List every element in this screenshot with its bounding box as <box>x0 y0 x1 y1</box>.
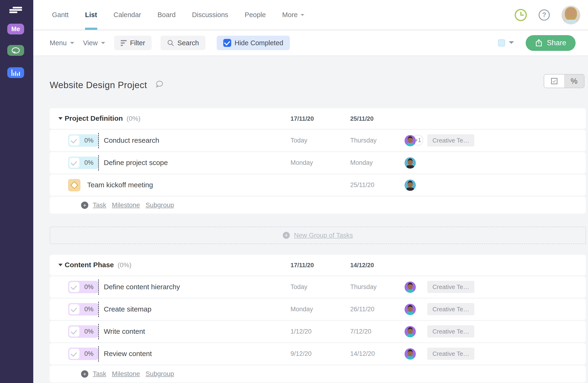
teamgantt-logo-icon[interactable] <box>9 7 22 13</box>
task-checkbox[interactable] <box>69 158 79 168</box>
collapse-caret-icon[interactable] <box>58 117 63 122</box>
start-date[interactable]: Monday <box>291 306 313 313</box>
color-dropdown-icon[interactable] <box>509 41 514 46</box>
add-task-link[interactable]: Task <box>93 370 106 378</box>
tab-discussions[interactable]: Discussions <box>192 0 229 30</box>
assignee-avatar[interactable] <box>405 135 416 146</box>
end-date[interactable]: 26/11/20 <box>350 306 374 313</box>
group-header-row[interactable]: Content Phase(0%) 17/11/20 14/12/20 <box>50 255 586 275</box>
assignee-label-chip[interactable]: Creative Te… <box>427 303 474 315</box>
checkbox-mode-button[interactable] <box>544 74 564 88</box>
me-label: Me <box>11 25 20 33</box>
chevron-down-icon <box>70 42 74 46</box>
progress-widget[interactable]: 0% <box>68 134 98 147</box>
share-button[interactable]: Share <box>526 35 576 51</box>
view-dropdown[interactable]: View <box>83 39 105 47</box>
add-plus-icon[interactable]: + <box>81 202 88 209</box>
assignee-label-chip[interactable]: Creative Te… <box>427 348 474 360</box>
assignee-label-chip[interactable]: Creative Te… <box>427 134 474 146</box>
add-task-link[interactable]: Task <box>93 201 106 209</box>
group-percent: (0%) <box>118 261 131 269</box>
task-name[interactable]: Define content hierarchy <box>104 283 180 291</box>
add-subgroup-link[interactable]: Subgroup <box>146 201 174 209</box>
end-date[interactable]: 14/12/20 <box>350 350 375 358</box>
task-row[interactable]: 0% Define project scope Monday Monday <box>50 152 586 174</box>
add-milestone-link[interactable]: Milestone <box>112 201 140 209</box>
sidebar-item-discussions[interactable] <box>7 45 24 56</box>
add-subgroup-link[interactable]: Subgroup <box>146 370 174 378</box>
progress-drag-handle[interactable] <box>98 279 99 295</box>
assignee-avatar[interactable] <box>405 348 416 360</box>
end-date[interactable]: 25/11/20 <box>350 181 374 189</box>
add-plus-icon[interactable]: + <box>81 370 88 378</box>
progress-widget[interactable]: 0% <box>68 303 98 315</box>
progress-drag-handle[interactable] <box>98 302 99 317</box>
project-comment-icon[interactable] <box>155 80 164 88</box>
progress-drag-handle[interactable] <box>98 133 99 148</box>
collapse-caret-icon[interactable] <box>58 264 63 268</box>
filter-button[interactable]: Filter <box>114 36 151 50</box>
assignee-avatar[interactable] <box>405 304 416 315</box>
progress-drag-handle[interactable] <box>98 346 99 362</box>
progress-widget[interactable]: 0% <box>68 348 98 360</box>
menu-dropdown[interactable]: Menu <box>50 39 74 47</box>
task-row[interactable]: 0% Review content 9/12/20 14/12/20 Creat… <box>50 343 586 364</box>
milestone-icon[interactable] <box>68 179 80 191</box>
task-name[interactable]: Define project scope <box>104 159 168 167</box>
add-milestone-link[interactable]: Milestone <box>112 370 140 378</box>
task-row[interactable]: 0% Create sitemap Monday 26/11/20 Creati… <box>50 299 586 320</box>
help-icon[interactable]: ? <box>539 9 550 21</box>
start-date[interactable]: Today <box>291 137 307 144</box>
assignee-avatar[interactable] <box>405 180 416 191</box>
assignee-avatar[interactable] <box>405 157 416 169</box>
tab-people[interactable]: People <box>245 0 266 30</box>
start-date[interactable]: 9/12/20 <box>291 350 312 358</box>
tab-more[interactable]: More <box>282 0 304 30</box>
progress-widget[interactable]: 0% <box>68 325 98 338</box>
task-name[interactable]: Create sitemap <box>104 305 151 313</box>
search-button[interactable]: Search <box>161 36 206 50</box>
assignee-label-chip[interactable]: Creative Te… <box>427 325 474 338</box>
time-tracking-icon[interactable] <box>515 9 527 21</box>
start-date[interactable]: Monday <box>291 159 313 166</box>
start-date[interactable]: Today <box>291 283 307 291</box>
tab-gantt[interactable]: Gantt <box>52 0 69 30</box>
progress-widget[interactable]: 0% <box>68 281 98 293</box>
user-avatar[interactable] <box>562 6 580 24</box>
assignee-avatar[interactable] <box>405 326 416 337</box>
progress-drag-handle[interactable] <box>98 324 99 339</box>
task-checkbox[interactable] <box>69 135 79 146</box>
task-row[interactable]: 0% Conduct research Today Thursday +1 Cr… <box>50 130 586 151</box>
task-row[interactable]: Team kickoff meeting 25/11/20 <box>50 174 586 196</box>
task-row[interactable]: 0% Write content 1/12/20 7/12/20 Creativ… <box>50 321 586 342</box>
end-date[interactable]: Thursday <box>350 137 377 144</box>
project-color-swatch[interactable] <box>498 39 505 46</box>
group-header-row[interactable]: Project Definition(0%) 17/11/20 25/11/20 <box>50 108 586 129</box>
task-checkbox[interactable] <box>69 282 79 292</box>
percent-mode-button[interactable]: % <box>564 74 584 88</box>
task-checkbox[interactable] <box>69 304 79 314</box>
assignee-avatar[interactable] <box>405 282 416 293</box>
progress-drag-handle[interactable] <box>98 155 99 171</box>
task-name[interactable]: Conduct research <box>104 136 159 144</box>
task-name[interactable]: Review content <box>104 350 152 358</box>
hide-completed-toggle[interactable]: Hide Completed <box>217 36 290 50</box>
end-date[interactable]: 7/12/20 <box>350 328 371 335</box>
sidebar-item-me[interactable]: Me <box>7 24 24 34</box>
checkbox-checked-icon[interactable] <box>223 39 231 47</box>
sidebar-item-projects[interactable] <box>7 67 24 78</box>
end-date[interactable]: Monday <box>350 159 373 166</box>
progress-widget[interactable]: 0% <box>68 157 98 169</box>
task-row[interactable]: 0% Define content hierarchy Today Thursd… <box>50 276 586 298</box>
tab-board[interactable]: Board <box>157 0 175 30</box>
task-name[interactable]: Write content <box>104 327 145 336</box>
assignee-label-chip[interactable]: Creative Te… <box>427 281 474 293</box>
tab-calendar[interactable]: Calendar <box>114 0 141 30</box>
tab-list[interactable]: List <box>85 0 97 30</box>
task-checkbox[interactable] <box>69 327 79 337</box>
task-name[interactable]: Team kickoff meeting <box>87 181 153 189</box>
task-checkbox[interactable] <box>69 349 79 359</box>
start-date[interactable]: 1/12/20 <box>291 328 312 335</box>
end-date[interactable]: Thursday <box>350 283 377 291</box>
new-group-of-tasks-button[interactable]: + New Group of Tasks <box>50 227 586 244</box>
